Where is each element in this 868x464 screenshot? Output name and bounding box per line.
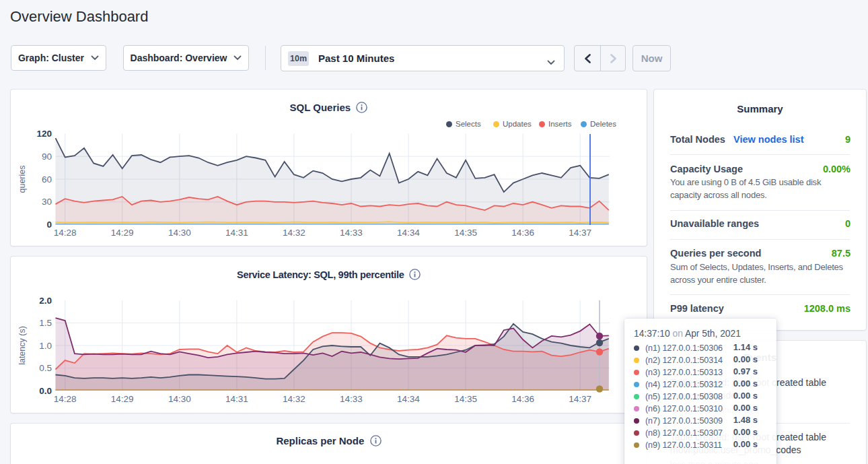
svg-text:14:29: 14:29 — [111, 228, 134, 238]
svg-text:14:35: 14:35 — [454, 228, 477, 238]
svg-text:1.5: 1.5 — [39, 318, 52, 328]
svg-text:2.0: 2.0 — [39, 296, 52, 306]
svg-text:14:29: 14:29 — [111, 394, 134, 404]
svg-text:90: 90 — [42, 152, 52, 162]
svg-text:14:34: 14:34 — [397, 394, 420, 404]
svg-text:1.0: 1.0 — [39, 341, 52, 351]
svg-text:14:33: 14:33 — [340, 394, 363, 404]
svg-text:14:37: 14:37 — [569, 228, 591, 238]
svg-text:60: 60 — [42, 174, 52, 185]
svg-text:14:37: 14:37 — [569, 394, 591, 404]
svg-text:120: 120 — [36, 129, 52, 139]
svg-text:14:34: 14:34 — [397, 228, 420, 238]
svg-text:14:36: 14:36 — [511, 394, 534, 404]
svg-text:14:28: 14:28 — [54, 228, 77, 238]
svg-text:0.5: 0.5 — [39, 363, 52, 373]
svg-text:14:32: 14:32 — [283, 394, 305, 404]
svg-text:14:35: 14:35 — [454, 394, 477, 404]
svg-text:14:31: 14:31 — [225, 394, 248, 404]
svg-text:14:30: 14:30 — [168, 394, 191, 404]
svg-text:14:30: 14:30 — [168, 228, 191, 238]
svg-text:14:31: 14:31 — [225, 228, 248, 238]
svg-text:queries: queries — [17, 166, 27, 193]
svg-text:30: 30 — [42, 197, 52, 207]
svg-text:latency (s): latency (s) — [17, 326, 27, 365]
svg-text:14:28: 14:28 — [54, 394, 77, 404]
svg-text:0: 0 — [46, 220, 52, 230]
svg-text:0.0: 0.0 — [39, 386, 52, 396]
svg-text:14:32: 14:32 — [283, 228, 305, 238]
svg-text:14:36: 14:36 — [511, 228, 534, 238]
svg-text:14:33: 14:33 — [340, 228, 363, 238]
